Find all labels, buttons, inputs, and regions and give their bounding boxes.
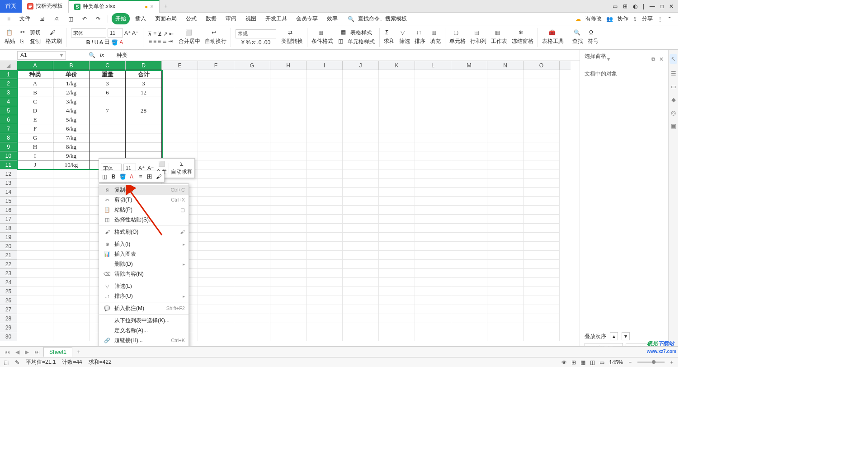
cell[interactable]: 7 bbox=[89, 106, 126, 115]
share-label[interactable]: 分享 bbox=[642, 15, 653, 23]
cell[interactable] bbox=[307, 323, 343, 332]
ctx-insert-chart[interactable]: 📊插入图表 bbox=[99, 249, 189, 259]
cell[interactable] bbox=[451, 332, 487, 341]
cell[interactable] bbox=[487, 133, 524, 142]
row-header[interactable]: 10 bbox=[0, 151, 17, 160]
cell[interactable] bbox=[524, 106, 560, 115]
cell[interactable] bbox=[343, 151, 379, 160]
cell[interactable] bbox=[198, 269, 234, 278]
cell[interactable] bbox=[379, 215, 415, 224]
side-backup-icon[interactable]: ◎ bbox=[671, 109, 676, 116]
close-button[interactable]: ✕ bbox=[669, 3, 674, 9]
cell[interactable] bbox=[487, 70, 524, 79]
cell[interactable] bbox=[524, 160, 560, 169]
cell[interactable] bbox=[451, 88, 487, 97]
cell[interactable]: H bbox=[17, 142, 53, 151]
cell[interactable] bbox=[307, 224, 343, 233]
cell[interactable] bbox=[17, 287, 53, 296]
align-right-icon[interactable]: ≡ bbox=[158, 38, 161, 44]
minimize-button[interactable]: — bbox=[650, 3, 655, 9]
menu-review[interactable]: 审阅 bbox=[222, 13, 240, 24]
cell[interactable] bbox=[198, 197, 234, 206]
cell[interactable] bbox=[234, 206, 270, 215]
cell[interactable] bbox=[379, 224, 415, 233]
cell[interactable]: B bbox=[17, 88, 53, 97]
qat-undo-icon[interactable]: ↶ bbox=[79, 14, 90, 24]
menu-hamburger-icon[interactable]: ≡ bbox=[4, 14, 14, 24]
cell[interactable] bbox=[415, 169, 451, 179]
cell[interactable] bbox=[307, 305, 343, 314]
cell[interactable] bbox=[415, 133, 451, 142]
sum-button[interactable]: Σ求和 bbox=[382, 28, 396, 46]
view-reading-icon[interactable]: ▭ bbox=[599, 359, 604, 366]
new-tab-button[interactable]: ＋ bbox=[160, 0, 172, 13]
apps-icon[interactable]: ⊞ bbox=[623, 3, 627, 9]
cell[interactable] bbox=[307, 70, 343, 79]
cell[interactable] bbox=[343, 124, 379, 133]
cell[interactable] bbox=[487, 233, 524, 242]
row-header[interactable]: 23 bbox=[0, 269, 17, 278]
cell[interactable] bbox=[53, 269, 90, 278]
cell[interactable]: J bbox=[17, 160, 53, 169]
cell[interactable] bbox=[451, 97, 487, 106]
cell[interactable] bbox=[307, 269, 343, 278]
cell[interactable] bbox=[343, 269, 379, 278]
cell[interactable] bbox=[451, 269, 487, 278]
view-normal-icon[interactable]: ▦ bbox=[580, 359, 585, 366]
cell[interactable]: 5/kg bbox=[53, 115, 90, 124]
cell[interactable] bbox=[379, 269, 415, 278]
row-header[interactable]: 12 bbox=[0, 169, 17, 179]
cell[interactable]: C bbox=[17, 97, 53, 106]
cell[interactable] bbox=[17, 197, 53, 206]
menu-file[interactable]: 文件 bbox=[16, 13, 34, 24]
cell[interactable] bbox=[487, 169, 524, 179]
type-convert-button[interactable]: ⇄类型转换 bbox=[279, 28, 305, 46]
cell[interactable] bbox=[415, 160, 451, 169]
cell[interactable] bbox=[379, 160, 415, 169]
row-header[interactable]: 14 bbox=[0, 188, 17, 197]
zoom-out-button[interactable]: － bbox=[627, 358, 633, 366]
cell[interactable] bbox=[198, 115, 234, 124]
qat-save-icon[interactable]: 🖫 bbox=[36, 14, 48, 24]
cell[interactable] bbox=[234, 169, 270, 179]
cell[interactable] bbox=[270, 251, 307, 260]
cell[interactable] bbox=[415, 124, 451, 133]
status-input-icon[interactable]: ✎ bbox=[15, 359, 19, 366]
cell[interactable] bbox=[343, 169, 379, 179]
cell[interactable]: 3 bbox=[89, 79, 126, 88]
cell[interactable] bbox=[451, 224, 487, 233]
cell[interactable] bbox=[17, 206, 53, 215]
cell[interactable] bbox=[270, 188, 307, 197]
cell[interactable] bbox=[379, 97, 415, 106]
cell[interactable] bbox=[524, 287, 560, 296]
cell[interactable] bbox=[415, 287, 451, 296]
row-header[interactable]: 18 bbox=[0, 224, 17, 233]
cell[interactable] bbox=[17, 332, 53, 341]
cell[interactable] bbox=[307, 115, 343, 124]
side-more-icon[interactable]: ▣ bbox=[671, 122, 676, 129]
cell[interactable] bbox=[198, 179, 234, 188]
cell[interactable]: 28 bbox=[125, 106, 162, 115]
row-header[interactable]: 13 bbox=[0, 179, 17, 188]
cell[interactable] bbox=[379, 133, 415, 142]
cell[interactable] bbox=[270, 233, 307, 242]
mini-sum[interactable]: Σ自动求和 bbox=[171, 160, 193, 176]
cell[interactable] bbox=[17, 215, 53, 224]
cell[interactable] bbox=[379, 142, 415, 151]
cell[interactable] bbox=[270, 160, 307, 169]
col-header[interactable]: C bbox=[90, 61, 126, 70]
cell[interactable] bbox=[307, 142, 343, 151]
cell[interactable] bbox=[270, 169, 307, 179]
cell[interactable] bbox=[307, 151, 343, 160]
cell-button[interactable]: ▢单元格 bbox=[448, 28, 467, 46]
cell[interactable] bbox=[270, 269, 307, 278]
cell[interactable] bbox=[17, 251, 53, 260]
cell[interactable] bbox=[524, 169, 560, 179]
cell[interactable] bbox=[487, 296, 524, 305]
cell[interactable] bbox=[487, 314, 524, 323]
cell[interactable] bbox=[53, 224, 90, 233]
filter-button[interactable]: ▽筛选 bbox=[397, 28, 412, 46]
row-header[interactable]: 3 bbox=[0, 88, 17, 97]
mini-align-icon[interactable]: ≡ bbox=[137, 173, 144, 180]
cell[interactable] bbox=[307, 97, 343, 106]
